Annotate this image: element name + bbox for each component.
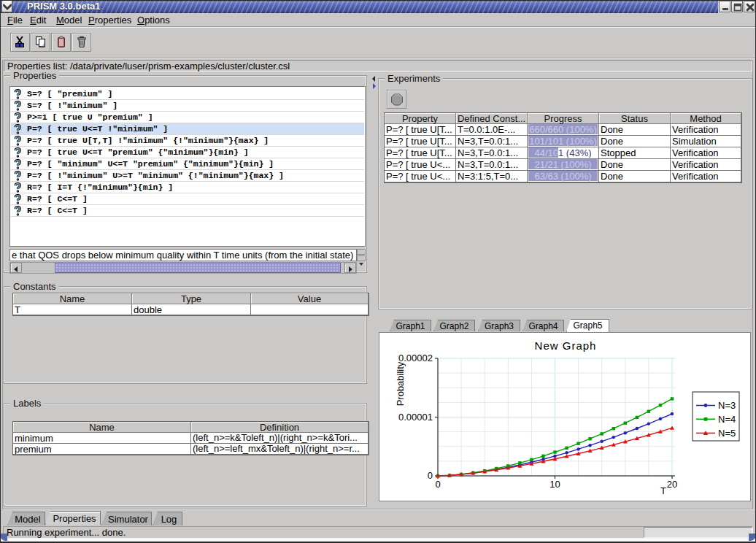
svg-text:New Graph: New Graph [535, 339, 597, 352]
svg-text:N=3: N=3 [718, 400, 736, 411]
svg-text:10: 10 [549, 479, 560, 490]
svg-text:N=5: N=5 [718, 428, 736, 439]
svg-text:N=4: N=4 [718, 414, 736, 425]
svg-text:T: T [660, 485, 666, 496]
svg-text:Probability: Probability [395, 361, 406, 406]
svg-text:0: 0 [435, 479, 440, 490]
svg-text:0.00001: 0.00001 [398, 412, 433, 423]
svg-text:20: 20 [667, 479, 677, 490]
svg-text:0: 0 [428, 470, 433, 481]
